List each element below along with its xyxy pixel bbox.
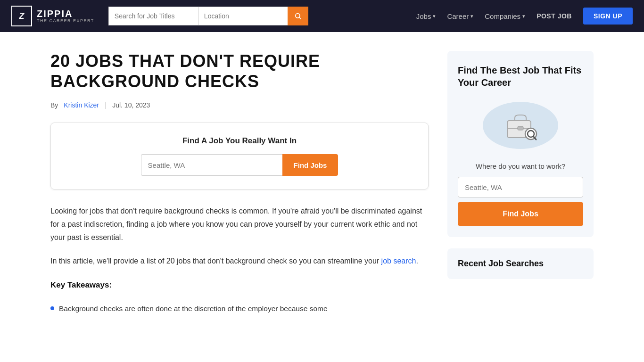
meta-by: By bbox=[50, 101, 58, 109]
body-p2-text: In this article, we'll provide a list of… bbox=[50, 257, 379, 265]
sidebar-illustration bbox=[458, 97, 583, 154]
card-search-row: Find Jobs bbox=[62, 154, 417, 176]
navbar: Z ZIPPIA THE CAREER EXPERT Jobs ▾ Career… bbox=[0, 0, 644, 32]
nav-career[interactable]: Career ▾ bbox=[443, 10, 477, 22]
body-paragraph-1: Looking for jobs that don't require back… bbox=[50, 205, 429, 244]
chevron-down-icon: ▾ bbox=[433, 13, 436, 19]
chevron-down-icon: ▾ bbox=[471, 13, 473, 19]
list-item: Background checks are often done at the … bbox=[50, 303, 429, 315]
svg-rect-4 bbox=[518, 126, 523, 130]
sidebar-recent-searches-card: Recent Job Searches bbox=[447, 248, 594, 279]
meta-date: Jul. 10, 2023 bbox=[112, 101, 150, 109]
search-submit-button[interactable] bbox=[288, 7, 308, 25]
briefcase-icon-wrap bbox=[458, 97, 583, 154]
sidebar-location-input[interactable] bbox=[458, 177, 583, 197]
meta-author-link[interactable]: Kristin Kizer bbox=[64, 101, 99, 109]
search-icon bbox=[294, 12, 302, 20]
nav-jobs[interactable]: Jobs ▾ bbox=[413, 10, 440, 22]
nav-career-label: Career bbox=[447, 12, 469, 20]
logo[interactable]: Z ZIPPIA THE CAREER EXPERT bbox=[11, 6, 94, 26]
job-search-card: Find A Job You Really Want In Find Jobs bbox=[50, 123, 429, 189]
main-content: 20 Jobs That Don't Require Background Ch… bbox=[50, 51, 429, 319]
logo-text-wrap: ZIPPIA THE CAREER EXPERT bbox=[37, 9, 94, 23]
nav-companies-label: Companies bbox=[485, 12, 520, 20]
location-search-input[interactable] bbox=[198, 7, 288, 25]
nav-jobs-label: Jobs bbox=[416, 12, 431, 20]
bullet-list: Background checks are often done at the … bbox=[50, 303, 429, 315]
logo-brand: ZIPPIA bbox=[37, 9, 94, 18]
sidebar-work-label: Where do you want to work? bbox=[458, 162, 583, 170]
sidebar-card-title: Find The Best Job That Fits Your Career bbox=[458, 64, 583, 89]
meta-divider: | bbox=[105, 101, 107, 109]
chevron-down-icon: ▾ bbox=[522, 13, 525, 19]
global-search-bar bbox=[108, 7, 308, 25]
sidebar-find-jobs-button[interactable]: Find Jobs bbox=[458, 202, 583, 226]
key-takeaways-label: Key Takeaways: bbox=[50, 278, 429, 292]
logo-icon: Z bbox=[11, 6, 32, 26]
article-body: Looking for jobs that don't require back… bbox=[50, 205, 429, 314]
bullet-text-1: Background checks are often done at the … bbox=[59, 303, 328, 315]
sidebar: Find The Best Job That Fits Your Career bbox=[447, 51, 594, 319]
sidebar-job-card: Find The Best Job That Fits Your Career bbox=[447, 51, 594, 237]
logo-tagline: THE CAREER EXPERT bbox=[37, 18, 94, 23]
card-location-input[interactable] bbox=[141, 154, 282, 176]
article-meta: By Kristin Kizer | Jul. 10, 2023 bbox=[50, 101, 429, 109]
job-search-card-title: Find A Job You Really Want In bbox=[62, 136, 417, 146]
job-search-link[interactable]: job search bbox=[381, 257, 416, 265]
body-paragraph-2: In this article, we'll provide a list of… bbox=[50, 255, 429, 268]
nav-links: Jobs ▾ Career ▾ Companies ▾ POST JOB SIG… bbox=[413, 8, 633, 25]
job-title-search-input[interactable] bbox=[108, 7, 198, 25]
article-title: 20 Jobs That Don't Require Background Ch… bbox=[50, 51, 429, 91]
post-job-link[interactable]: POST JOB bbox=[533, 10, 576, 22]
briefcase-icon bbox=[502, 107, 539, 144]
signup-button[interactable]: SIGN UP bbox=[583, 8, 633, 25]
page-container: 20 Jobs That Don't Require Background Ch… bbox=[39, 32, 605, 337]
svg-line-1 bbox=[299, 17, 301, 19]
sidebar-recent-searches-title: Recent Job Searches bbox=[458, 259, 583, 269]
nav-companies[interactable]: Companies ▾ bbox=[481, 10, 529, 22]
bullet-dot-icon bbox=[50, 306, 54, 310]
card-find-jobs-button[interactable]: Find Jobs bbox=[282, 154, 339, 176]
body-p2-end: . bbox=[416, 257, 418, 265]
